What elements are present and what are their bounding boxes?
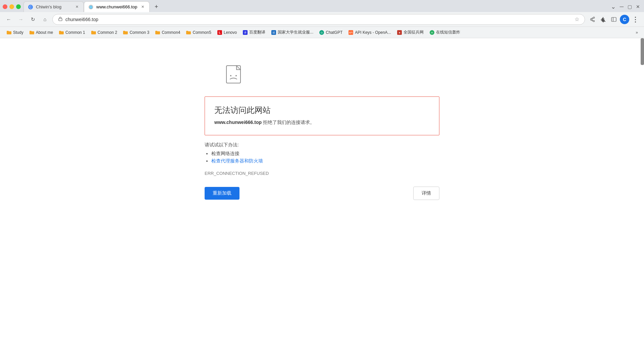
folder-icon [7,30,11,35]
bookmark-apikeys-label: API Keys - OpenA... [355,30,391,35]
folder-icon-3 [59,30,64,35]
back-button[interactable]: ← [4,15,13,24]
apikeys-favicon: API [348,30,353,35]
bookmark-sms-label: 在线短信轰炸 [436,29,460,35]
sidebar-toggle-icon[interactable] [609,15,619,24]
details-button[interactable]: 详情 [413,187,439,200]
folder-icon-6 [155,30,160,35]
bookmarks-overflow-btn[interactable]: » [634,29,640,36]
bookmarks-bar: Study About me Common 1 Common 2 Common … [0,27,644,38]
bookmark-sms[interactable]: ✉ 在线短信轰炸 [427,28,463,37]
main-content: 无法访问此网站 www.chunwei666.top 拒绝了我们的连接请求。 请… [0,38,644,342]
bookmark-common1[interactable]: Common 1 [56,29,88,36]
folder-icon-7 [186,30,191,35]
svg-text:★: ★ [398,31,400,34]
window-mgmt: ⌄ ─ ▢ ✕ [609,2,641,12]
svg-text:G: G [321,31,323,34]
bookmark-common5[interactable]: Common5 [183,29,214,36]
error-code: ERR_CONNECTION_REFUSED [205,171,269,176]
svg-point-26 [235,75,237,76]
bookmark-military-label: 全国征兵网 [404,29,424,35]
tab-close-1[interactable]: ✕ [74,4,79,10]
suggestion-1-text: 检查网络连接 [211,151,239,156]
bookmark-apikeys[interactable]: API API Keys - OpenA... [346,29,393,36]
minimize-window-btn[interactable]: ─ [619,2,625,11]
tab-title-1: Chiwin's blog [36,4,71,9]
error-file-icon [225,65,245,88]
error-box: 无法访问此网站 www.chunwei666.top 拒绝了我们的连接请求。 [205,96,439,135]
scrollbar[interactable] [641,38,644,65]
share-icon[interactable] [588,15,597,24]
chatgpt-favicon: G [319,30,324,35]
error-title: 无法访问此网站 [214,105,430,116]
svg-point-25 [230,75,231,76]
extension-icon[interactable] [598,15,608,24]
svg-text:就: 就 [272,31,275,34]
error-subtitle-text: 拒绝了我们的连接请求。 [263,120,315,125]
chrome-header: C Chiwin's blog ✕ 🌐 www.chunwei666.top ✕… [0,0,644,12]
tab-close-2[interactable]: ✕ [140,4,145,10]
close-button[interactable] [3,4,7,9]
tab-favicon-2: 🌐 [88,4,94,10]
error-subtitle: www.chunwei666.top 拒绝了我们的连接请求。 [214,120,430,126]
maximize-button[interactable] [16,4,21,9]
bookmark-aboutme[interactable]: About me [27,29,56,36]
tabs-row: C Chiwin's blog ✕ 🌐 www.chunwei666.top ✕… [0,0,644,12]
address-bar[interactable]: chunwei666.top ☆ [52,14,585,25]
folder-icon-5 [123,30,128,35]
bookmark-star-icon[interactable]: ☆ [575,16,579,22]
tab-chunwei[interactable]: 🌐 www.chunwei666.top ✕ [84,1,150,12]
bookmark-study-label: Study [13,30,23,35]
bookmark-military[interactable]: ★ 全国征兵网 [394,28,426,37]
baidu-translate-icon: 译 [243,30,248,35]
error-site-name: www.chunwei666.top [214,120,262,125]
window-controls [3,4,21,9]
error-icon-container [225,65,245,90]
bookmark-study[interactable]: Study [4,29,26,36]
profile-button[interactable]: C [620,15,629,24]
lenovo-favicon: L [217,30,222,35]
svg-text:✉: ✉ [431,31,433,34]
bookmark-chatgpt-label: ChatGPT [326,30,342,35]
close-window-btn[interactable]: ✕ [635,3,641,11]
new-tab-button[interactable]: + [151,1,162,12]
svg-rect-5 [59,18,62,21]
error-buttons: 重新加载 详情 [205,187,439,200]
bookmark-employment-label: 国家大学生就业服... [278,29,313,35]
nav-right-icons: C ⋮ [588,15,640,24]
folder-icon-4 [91,30,96,35]
minimize-button[interactable] [9,4,14,9]
military-favicon: ★ [397,30,402,35]
sms-favicon: ✉ [430,30,434,35]
tab-list-btn[interactable]: ⌄ [609,2,617,12]
bookmark-common3[interactable]: Common 3 [120,29,152,36]
home-button[interactable]: ⌂ [40,15,50,24]
bookmark-baidu-label: 百度翻译 [249,29,265,35]
suggestion-2-link[interactable]: 检查代理服务器和防火墙 [211,158,263,163]
bookmark-common4[interactable]: Common4 [153,29,183,36]
reload-button[interactable]: 重新加载 [205,187,239,200]
bookmark-lenovo[interactable]: L Lenovo [215,29,239,36]
restore-window-btn[interactable]: ▢ [626,3,633,11]
more-menu-icon[interactable]: ⋮ [631,15,640,24]
svg-text:L: L [219,31,221,34]
folder-icon-2 [30,30,34,35]
suggestion-2[interactable]: 检查代理服务器和防火墙 [211,158,263,164]
browser-tabs: C Chiwin's blog ✕ 🌐 www.chunwei666.top ✕… [23,1,609,12]
bookmark-aboutme-label: About me [36,30,53,35]
bookmark-common4-label: Common4 [162,30,180,35]
reload-button[interactable]: ↻ [28,15,38,24]
forward-button[interactable]: → [16,15,25,24]
tab-chiwins-blog[interactable]: C Chiwin's blog ✕ [23,1,84,12]
bookmark-baidu-translate[interactable]: 译 百度翻译 [240,28,268,37]
bookmark-common1-label: Common 1 [65,30,85,35]
svg-text:🌐: 🌐 [89,5,93,9]
bookmark-employment[interactable]: 就 国家大学生就业服... [269,28,316,37]
suggestions-list: 检查网络连接 检查代理服务器和防火墙 [205,151,263,164]
error-suggestions: 请试试以下办法: 检查网络连接 检查代理服务器和防火墙 [205,142,263,165]
bookmark-common2[interactable]: Common 2 [89,29,120,36]
tab-favicon-1: C [28,4,33,10]
profile-initial: C [623,17,626,22]
tab-title-2: www.chunwei666.top [96,4,137,9]
bookmark-chatgpt[interactable]: G ChatGPT [317,29,345,36]
